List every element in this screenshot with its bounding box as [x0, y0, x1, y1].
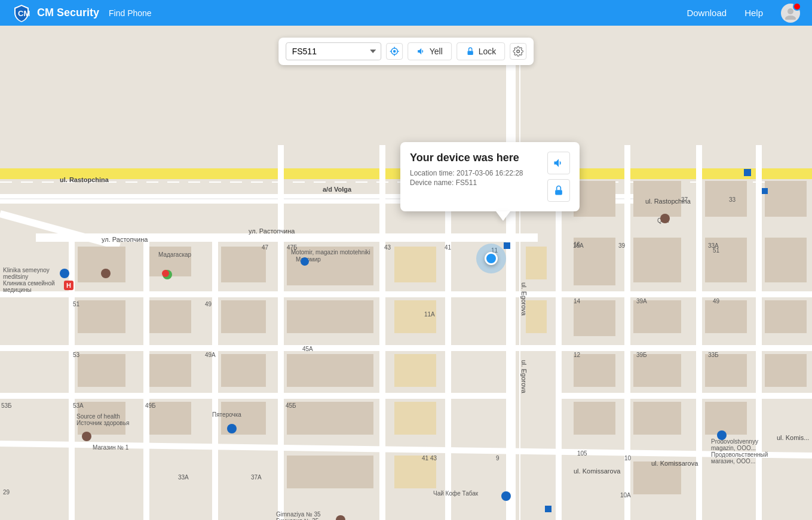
svg-point-2 [785, 16, 796, 20]
avatar-icon [784, 7, 797, 20]
svg-rect-73 [765, 354, 807, 387]
svg-text:Магазин № 1: Магазин № 1 [93, 444, 129, 451]
svg-text:49Б: 49Б [145, 402, 156, 409]
help-link[interactable]: Help [744, 8, 763, 18]
svg-rect-62 [633, 354, 681, 387]
svg-text:Prodovolstvennyy: Prodovolstvennyy [711, 438, 758, 445]
svg-rect-56 [574, 300, 615, 336]
svg-rect-48 [287, 402, 373, 435]
svg-text:45Б: 45Б [286, 402, 296, 409]
svg-text:43: 43 [430, 455, 437, 461]
svg-text:41: 41 [422, 455, 429, 461]
map-background: ul. Rastopchina ул. Растопчина ул. Расто… [0, 26, 812, 520]
svg-rect-69 [705, 402, 747, 435]
svg-rect-49 [394, 402, 436, 435]
device-location-marker[interactable] [476, 244, 506, 273]
svg-text:43: 43 [384, 244, 391, 251]
controls-toolbar: FS511 Yell Lock [278, 38, 534, 65]
svg-point-149 [501, 491, 511, 501]
locate-button[interactable] [386, 43, 403, 60]
svg-text:ul. Egorova: ul. Egorova [520, 360, 528, 394]
svg-text:магазин, ООО...: магазин, ООО... [711, 458, 755, 464]
svg-text:a/d Volga: a/d Volga [323, 186, 352, 193]
svg-point-148 [660, 214, 670, 223]
svg-text:12: 12 [574, 352, 581, 358]
device-select[interactable]: FS511 [286, 42, 381, 60]
download-link[interactable]: Download [687, 8, 727, 18]
locate-icon [389, 46, 400, 57]
svg-rect-159 [555, 190, 562, 195]
logo-subtitle: Find Phone [109, 8, 152, 18]
popup-device-name: Device name: FS511 [410, 179, 540, 187]
svg-rect-68 [705, 354, 747, 387]
svg-text:16: 16 [574, 241, 581, 248]
svg-rect-46 [394, 354, 436, 387]
svg-text:10A: 10A [620, 492, 631, 499]
svg-text:14: 14 [574, 298, 581, 304]
svg-text:47Б: 47Б [287, 244, 298, 251]
svg-point-163 [517, 50, 520, 53]
svg-point-146 [82, 432, 91, 441]
svg-text:49: 49 [205, 301, 212, 307]
svg-text:49A: 49A [205, 352, 216, 358]
yell-icon [416, 47, 426, 56]
svg-text:ul. Rastopchina: ul. Rastopchina [60, 176, 109, 183]
svg-text:39A: 39A [636, 298, 647, 304]
user-avatar[interactable] [781, 4, 800, 23]
svg-point-144 [101, 269, 111, 278]
svg-rect-38 [221, 247, 266, 282]
svg-text:Source of health: Source of health [76, 413, 120, 420]
svg-text:33Б: 33Б [708, 352, 719, 358]
svg-point-158 [162, 270, 169, 277]
svg-text:51: 51 [713, 247, 720, 254]
svg-point-160 [393, 50, 396, 53]
svg-rect-72 [765, 300, 807, 333]
svg-text:37A: 37A [251, 474, 262, 481]
yell-button[interactable]: Yell [407, 42, 452, 60]
svg-text:53A: 53A [73, 402, 84, 409]
popup-tail [496, 211, 510, 221]
svg-text:ul. Komissarova: ul. Komissarova [651, 460, 698, 467]
svg-rect-45 [287, 354, 373, 387]
svg-rect-54 [574, 181, 615, 217]
svg-text:Мадагаскар: Мадагаскар [158, 251, 192, 258]
svg-text:magazin, OOO...: magazin, OOO... [711, 445, 756, 451]
popup-lock-button[interactable] [547, 179, 570, 202]
svg-rect-70 [765, 181, 807, 217]
logo-title: CM Security [37, 7, 99, 19]
svg-text:41: 41 [445, 244, 452, 251]
location-dot-inner [485, 252, 498, 265]
svg-rect-41 [221, 300, 266, 333]
svg-point-147 [227, 424, 237, 433]
popup-yell-button[interactable] [547, 152, 570, 174]
popup-actions [547, 152, 570, 202]
svg-point-1 [788, 8, 793, 14]
svg-point-143 [301, 257, 309, 266]
lock-button[interactable]: Lock [456, 42, 505, 60]
svg-text:53Б: 53Б [1, 402, 12, 409]
svg-text:9: 9 [496, 455, 500, 461]
svg-rect-152 [744, 169, 751, 176]
lock-label: Lock [479, 47, 497, 56]
settings-button[interactable] [510, 43, 526, 60]
svg-text:33: 33 [729, 196, 736, 203]
svg-text:49: 49 [713, 298, 720, 304]
svg-text:53: 53 [73, 352, 80, 358]
svg-rect-33 [149, 300, 191, 333]
svg-text:ul. Egorova: ul. Egorova [520, 282, 528, 316]
svg-rect-50 [287, 456, 373, 488]
svg-text:ul. Komissarova: ul. Komissarova [574, 467, 621, 475]
svg-rect-155 [545, 506, 551, 512]
location-popup: Your device was here Location time: 2017… [400, 142, 580, 211]
svg-point-151 [717, 430, 727, 440]
map-container[interactable]: ul. Rastopchina ул. Растопчина ул. Расто… [0, 26, 812, 520]
svg-rect-153 [762, 188, 768, 194]
svg-text:39: 39 [618, 242, 626, 249]
svg-rect-32 [78, 300, 125, 333]
lock-btn-icon [465, 47, 475, 56]
svg-rect-35 [149, 354, 191, 387]
logo-icon: CM [12, 4, 31, 23]
svg-text:Чай Кофе Табак: Чай Кофе Табак [433, 490, 479, 497]
svg-text:CM: CM [18, 9, 30, 18]
svg-text:медицины: медицины [3, 287, 32, 293]
